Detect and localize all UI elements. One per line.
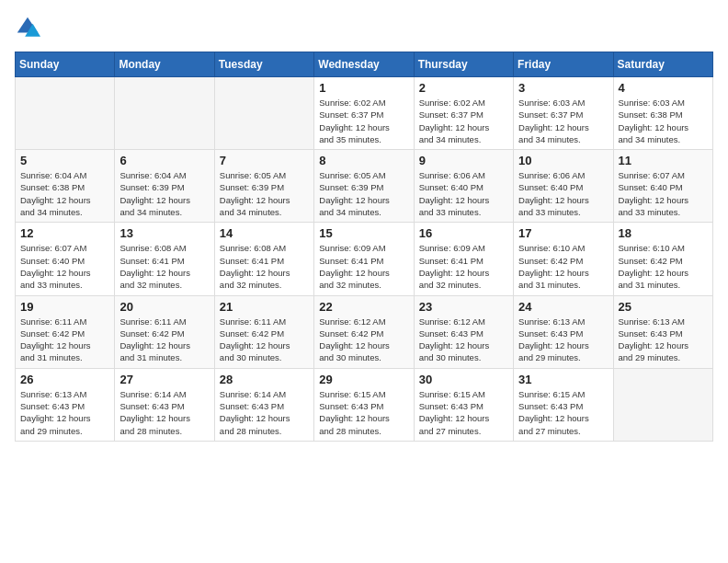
day-number: 16 (419, 226, 508, 240)
day-number: 5 (20, 154, 109, 167)
day-number: 21 (220, 300, 309, 314)
logo (15, 15, 44, 40)
day-info: Sunrise: 6:09 AMSunset: 6:41 PMDaylight:… (419, 242, 508, 291)
day-number: 12 (20, 226, 109, 240)
day-info: Sunrise: 6:06 AMSunset: 6:40 PMDaylight:… (518, 169, 608, 218)
calendar-cell: 4Sunrise: 6:03 AMSunset: 6:38 PMDaylight… (613, 77, 712, 150)
day-info: Sunrise: 6:10 AMSunset: 6:42 PMDaylight:… (619, 242, 708, 291)
day-info: Sunrise: 6:12 AMSunset: 6:43 PMDaylight:… (419, 316, 508, 364)
day-number: 24 (518, 300, 608, 314)
day-info: Sunrise: 6:11 AMSunset: 6:42 PMDaylight:… (20, 316, 109, 364)
calendar-cell: 13Sunrise: 6:08 AMSunset: 6:41 PMDayligh… (115, 223, 214, 295)
day-number: 19 (20, 300, 109, 314)
day-header-sunday: Sunday (16, 52, 115, 77)
day-number: 13 (119, 226, 209, 240)
calendar-cell: 24Sunrise: 6:13 AMSunset: 6:43 PMDayligh… (514, 295, 613, 368)
day-header-saturday: Saturday (613, 52, 712, 77)
calendar-cell: 7Sunrise: 6:05 AMSunset: 6:39 PMDaylight… (214, 150, 313, 223)
day-header-friday: Friday (514, 52, 613, 77)
calendar-cell: 30Sunrise: 6:15 AMSunset: 6:43 PMDayligh… (414, 368, 513, 441)
calendar-cell: 18Sunrise: 6:10 AMSunset: 6:42 PMDayligh… (613, 223, 712, 295)
calendar-cell: 10Sunrise: 6:06 AMSunset: 6:40 PMDayligh… (514, 150, 613, 223)
calendar-cell: 3Sunrise: 6:03 AMSunset: 6:37 PMDaylight… (514, 77, 613, 150)
day-number: 1 (319, 81, 408, 95)
calendar-cell: 9Sunrise: 6:06 AMSunset: 6:40 PMDaylight… (414, 150, 513, 223)
day-info: Sunrise: 6:15 AMSunset: 6:43 PMDaylight:… (518, 388, 608, 437)
day-info: Sunrise: 6:02 AMSunset: 6:37 PMDaylight:… (419, 97, 508, 145)
day-number: 8 (319, 154, 408, 167)
day-info: Sunrise: 6:14 AMSunset: 6:43 PMDaylight:… (119, 388, 209, 437)
logo-icon (15, 15, 40, 40)
day-info: Sunrise: 6:10 AMSunset: 6:42 PMDaylight:… (518, 242, 608, 291)
day-info: Sunrise: 6:02 AMSunset: 6:37 PMDaylight:… (319, 97, 408, 145)
page-header (15, 15, 713, 40)
day-info: Sunrise: 6:13 AMSunset: 6:43 PMDaylight:… (518, 316, 608, 364)
calendar-header-row: SundayMondayTuesdayWednesdayThursdayFrid… (16, 52, 713, 77)
day-number: 25 (619, 300, 708, 314)
day-number: 29 (319, 373, 408, 386)
calendar-cell: 29Sunrise: 6:15 AMSunset: 6:43 PMDayligh… (314, 368, 414, 441)
calendar-cell: 26Sunrise: 6:13 AMSunset: 6:43 PMDayligh… (16, 368, 115, 441)
calendar-cell: 11Sunrise: 6:07 AMSunset: 6:40 PMDayligh… (613, 150, 712, 223)
day-number: 10 (518, 154, 608, 167)
calendar-cell: 2Sunrise: 6:02 AMSunset: 6:37 PMDaylight… (414, 77, 513, 150)
calendar-table: SundayMondayTuesdayWednesdayThursdayFrid… (15, 52, 713, 442)
day-info: Sunrise: 6:08 AMSunset: 6:41 PMDaylight:… (220, 242, 309, 291)
day-header-monday: Monday (115, 52, 214, 77)
day-number: 18 (619, 226, 708, 240)
day-info: Sunrise: 6:03 AMSunset: 6:38 PMDaylight:… (619, 97, 708, 145)
calendar-cell (115, 77, 214, 150)
calendar-cell: 17Sunrise: 6:10 AMSunset: 6:42 PMDayligh… (514, 223, 613, 295)
day-number: 27 (119, 373, 209, 386)
day-info: Sunrise: 6:15 AMSunset: 6:43 PMDaylight:… (419, 388, 508, 437)
day-info: Sunrise: 6:13 AMSunset: 6:43 PMDaylight:… (619, 316, 708, 364)
calendar-cell: 14Sunrise: 6:08 AMSunset: 6:41 PMDayligh… (214, 223, 313, 295)
day-info: Sunrise: 6:14 AMSunset: 6:43 PMDaylight:… (220, 388, 309, 437)
day-header-thursday: Thursday (414, 52, 513, 77)
day-info: Sunrise: 6:03 AMSunset: 6:37 PMDaylight:… (518, 97, 608, 145)
day-number: 6 (119, 154, 209, 167)
calendar-week-row: 12Sunrise: 6:07 AMSunset: 6:40 PMDayligh… (16, 223, 713, 295)
day-number: 17 (518, 226, 608, 240)
calendar-cell: 25Sunrise: 6:13 AMSunset: 6:43 PMDayligh… (613, 295, 712, 368)
calendar-cell: 28Sunrise: 6:14 AMSunset: 6:43 PMDayligh… (214, 368, 313, 441)
calendar-cell: 15Sunrise: 6:09 AMSunset: 6:41 PMDayligh… (314, 223, 414, 295)
day-number: 14 (220, 226, 309, 240)
calendar-cell: 22Sunrise: 6:12 AMSunset: 6:42 PMDayligh… (314, 295, 414, 368)
calendar-week-row: 5Sunrise: 6:04 AMSunset: 6:38 PMDaylight… (16, 150, 713, 223)
day-number: 7 (220, 154, 309, 167)
day-info: Sunrise: 6:05 AMSunset: 6:39 PMDaylight:… (220, 169, 309, 218)
calendar-cell: 16Sunrise: 6:09 AMSunset: 6:41 PMDayligh… (414, 223, 513, 295)
calendar-cell: 6Sunrise: 6:04 AMSunset: 6:39 PMDaylight… (115, 150, 214, 223)
day-info: Sunrise: 6:12 AMSunset: 6:42 PMDaylight:… (319, 316, 408, 364)
day-info: Sunrise: 6:04 AMSunset: 6:39 PMDaylight:… (119, 169, 209, 218)
calendar-week-row: 1Sunrise: 6:02 AMSunset: 6:37 PMDaylight… (16, 77, 713, 150)
day-header-wednesday: Wednesday (314, 52, 414, 77)
calendar-cell: 31Sunrise: 6:15 AMSunset: 6:43 PMDayligh… (514, 368, 613, 441)
calendar-cell: 12Sunrise: 6:07 AMSunset: 6:40 PMDayligh… (16, 223, 115, 295)
day-number: 9 (419, 154, 508, 167)
day-number: 31 (518, 373, 608, 386)
day-info: Sunrise: 6:06 AMSunset: 6:40 PMDaylight:… (419, 169, 508, 218)
day-info: Sunrise: 6:15 AMSunset: 6:43 PMDaylight:… (319, 388, 408, 437)
calendar-cell: 21Sunrise: 6:11 AMSunset: 6:42 PMDayligh… (214, 295, 313, 368)
day-info: Sunrise: 6:11 AMSunset: 6:42 PMDaylight:… (220, 316, 309, 364)
day-number: 23 (419, 300, 508, 314)
day-number: 26 (20, 373, 109, 386)
day-number: 2 (419, 81, 508, 95)
day-number: 11 (619, 154, 708, 167)
calendar-cell: 5Sunrise: 6:04 AMSunset: 6:38 PMDaylight… (16, 150, 115, 223)
calendar-cell (613, 368, 712, 441)
day-info: Sunrise: 6:07 AMSunset: 6:40 PMDaylight:… (20, 242, 109, 291)
day-info: Sunrise: 6:13 AMSunset: 6:43 PMDaylight:… (20, 388, 109, 437)
day-info: Sunrise: 6:09 AMSunset: 6:41 PMDaylight:… (319, 242, 408, 291)
calendar-cell: 19Sunrise: 6:11 AMSunset: 6:42 PMDayligh… (16, 295, 115, 368)
calendar-week-row: 19Sunrise: 6:11 AMSunset: 6:42 PMDayligh… (16, 295, 713, 368)
day-number: 30 (419, 373, 508, 386)
day-number: 4 (619, 81, 708, 95)
calendar-cell: 20Sunrise: 6:11 AMSunset: 6:42 PMDayligh… (115, 295, 214, 368)
day-info: Sunrise: 6:08 AMSunset: 6:41 PMDaylight:… (119, 242, 209, 291)
day-header-tuesday: Tuesday (214, 52, 313, 77)
day-info: Sunrise: 6:05 AMSunset: 6:39 PMDaylight:… (319, 169, 408, 218)
day-number: 15 (319, 226, 408, 240)
